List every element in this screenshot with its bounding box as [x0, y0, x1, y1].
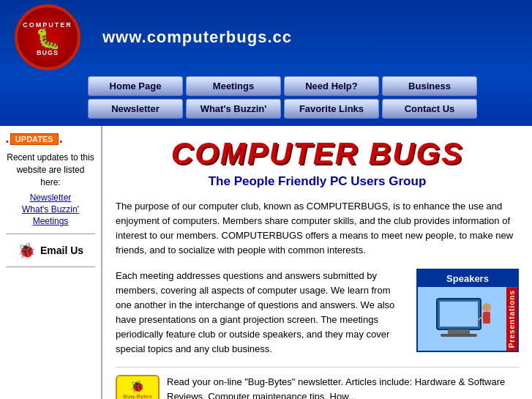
nav-buzzin[interactable]: What's Buzzin' [186, 99, 281, 119]
bug-bytes-icon: 🐞 Bug-Bytes [116, 375, 160, 399]
svg-rect-5 [483, 312, 490, 324]
email-us-label: Email Us [40, 245, 83, 256]
bug-bytes-icon-label: Bug-Bytes [123, 393, 152, 399]
bug-bytes-section: 🐞 Bug-Bytes Read your on-line "Bug-Bytes… [116, 367, 519, 399]
ladybug-icon: 🐞 [18, 242, 36, 259]
page-subtitle: The People Friendly PC Users Group [116, 174, 519, 189]
sidebar: • UPDATES • Recent updates to this websi… [0, 126, 102, 399]
header-top: COMPUTER 🐛 BUGS www.computerbugs.cc [0, 0, 532, 70]
presentations-label: Presentations [506, 287, 517, 351]
updates-badge-wrapper: • UPDATES • [6, 133, 95, 149]
email-us-section[interactable]: 🐞 Email Us [6, 242, 95, 259]
page-title: COMPUTER BUGS [116, 136, 519, 171]
logo-area: COMPUTER 🐛 BUGS [7, 4, 88, 70]
speakers-label: Speakers [418, 270, 517, 287]
nav-home[interactable]: Home Page [88, 76, 183, 96]
sidebar-link-newsletter[interactable]: Newsletter [6, 193, 95, 203]
meetings-paragraph: Each meeting addresses questions and ans… [116, 269, 406, 357]
updates-dot-left: • [6, 137, 9, 146]
svg-rect-2 [448, 329, 470, 334]
nav-area: Home Page Meetings Need Help? Business N… [0, 70, 532, 126]
sidebar-link-meetings[interactable]: Meetings [6, 216, 95, 226]
speakers-image-area: Presentations [418, 287, 517, 351]
updates-badge: UPDATES [10, 133, 59, 145]
bug-bytes-bug-icon: 🐞 [130, 379, 145, 393]
logo: COMPUTER 🐛 BUGS [15, 4, 80, 70]
nav-row-2: Newsletter What's Buzzin' Favorite Links… [88, 99, 525, 119]
site-url: www.computerbugs.cc [102, 28, 292, 47]
nav-help[interactable]: Need Help? [284, 76, 379, 96]
sidebar-link-buzzin[interactable]: What's Buzzin' [6, 204, 95, 215]
main-layout: • UPDATES • Recent updates to this websi… [0, 126, 532, 399]
nav-business[interactable]: Business [382, 76, 477, 96]
svg-rect-1 [440, 302, 478, 327]
meetings-section: Each meeting addresses questions and ans… [116, 269, 519, 357]
svg-point-4 [482, 303, 491, 312]
bug-icon: 🐛 [35, 29, 61, 49]
nav-contact[interactable]: Contact Us [382, 99, 477, 119]
updates-text: Recent updates to this website are liste… [6, 152, 95, 188]
content: COMPUTER BUGS The People Friendly PC Use… [102, 126, 532, 399]
nav-newsletter[interactable]: Newsletter [88, 99, 183, 119]
bug-bytes-text: Read your on-line "Bug-Bytes" newsletter… [167, 375, 519, 399]
nav-links[interactable]: Favorite Links [284, 99, 379, 119]
nav-meetings[interactable]: Meetings [186, 76, 281, 96]
sidebar-divider-1 [6, 234, 95, 234]
header: COMPUTER 🐛 BUGS www.computerbugs.cc Home… [0, 0, 532, 126]
intro-paragraph: The purpose of our computer club, known … [116, 199, 519, 258]
svg-rect-3 [441, 334, 477, 337]
sidebar-divider-2 [6, 266, 95, 267]
logo-text-bottom: BUGS [37, 49, 59, 56]
updates-dot-right: • [60, 137, 63, 146]
speakers-image [418, 287, 506, 351]
nav-row-1: Home Page Meetings Need Help? Business [88, 76, 525, 96]
speakers-box: Speakers [416, 269, 519, 352]
